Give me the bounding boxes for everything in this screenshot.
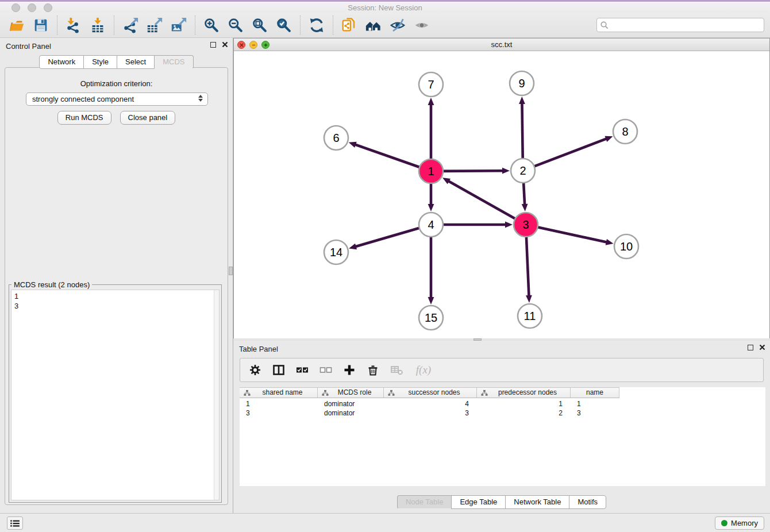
table-cell[interactable]: 1 — [571, 399, 619, 408]
control-panel-title: Control Panel — [6, 42, 51, 51]
tab-node-table[interactable]: Node Table — [397, 495, 452, 509]
delete-column-icon[interactable] — [366, 363, 380, 377]
column-header-MCDS-role[interactable]: MCDS role — [318, 388, 384, 398]
list-icon — [10, 519, 20, 527]
table-cell[interactable]: 4 — [384, 399, 477, 408]
table-cell[interactable]: 3 — [240, 408, 318, 418]
memory-status-icon — [721, 520, 727, 526]
graph-node-7[interactable]: 7 — [419, 72, 443, 97]
graph-node-4[interactable]: 4 — [419, 213, 443, 237]
column-namespace-icon — [322, 390, 329, 396]
tab-edge-table[interactable]: Edge Table — [451, 495, 506, 509]
open-session-icon[interactable] — [7, 16, 26, 35]
memory-button[interactable]: Memory — [715, 516, 764, 530]
search-input[interactable] — [611, 19, 760, 31]
export-table-icon[interactable] — [145, 16, 164, 35]
zoom-in-icon[interactable] — [202, 16, 221, 35]
delete-table-icon[interactable] — [390, 363, 403, 377]
node-table[interactable]: shared nameMCDS rolesuccessor nodesprede… — [240, 387, 765, 486]
first-neighbors-icon[interactable] — [364, 16, 383, 35]
result-line: 3 — [11, 301, 219, 311]
column-header-predecessor-nodes[interactable]: predecessor nodes — [477, 388, 571, 398]
close-panel-button[interactable]: Close panel — [120, 111, 176, 125]
graph-edge-2-9[interactable] — [522, 103, 522, 160]
graph-edge-3-1[interactable] — [448, 181, 517, 219]
close-panel-icon[interactable] — [222, 41, 228, 48]
table-cell[interactable]: 3 — [571, 408, 619, 418]
task-history-button[interactable] — [7, 516, 23, 530]
tab-style[interactable]: Style — [83, 55, 117, 69]
show-all-icon[interactable] — [412, 16, 432, 35]
import-table-icon[interactable] — [88, 16, 107, 35]
graph-node-1[interactable]: 1 — [419, 159, 443, 183]
tab-select[interactable]: Select — [117, 55, 155, 69]
select-all-icon[interactable] — [295, 363, 309, 377]
float-table-panel-icon[interactable] — [748, 345, 753, 350]
network-canvas[interactable]: 7968124314101511 — [234, 51, 769, 338]
svg-text:9: 9 — [518, 77, 525, 90]
hide-selected-icon[interactable] — [388, 16, 407, 35]
result-scrollbar[interactable] — [214, 290, 219, 500]
vertical-splitter-handle[interactable] — [229, 267, 233, 275]
table-cell[interactable]: 2 — [477, 408, 571, 418]
function-builder-icon[interactable]: f(x) — [413, 363, 434, 377]
graph-edge-2-8[interactable] — [533, 138, 607, 167]
search-field[interactable] — [596, 18, 764, 32]
tab-motifs[interactable]: Motifs — [569, 495, 606, 509]
table-tabs: Node TableEdge TableNetwork TableMotifs — [233, 495, 770, 509]
zoom-selected-icon[interactable] — [274, 16, 294, 35]
table-cell[interactable]: dominator — [318, 408, 384, 418]
add-column-icon[interactable] — [342, 363, 356, 377]
table-row[interactable]: 1dominator411 — [240, 399, 765, 408]
mcds-result-textarea[interactable]: 13 — [11, 290, 220, 500]
graph-node-9[interactable]: 9 — [510, 71, 534, 95]
column-header-successor-nodes[interactable]: successor nodes — [384, 388, 477, 398]
result-line: 1 — [11, 291, 219, 301]
column-header-name[interactable]: name — [571, 388, 619, 398]
run-mcds-button[interactable]: Run MCDS — [57, 111, 111, 125]
tab-mcds[interactable]: MCDS — [154, 55, 193, 69]
tab-network[interactable]: Network — [39, 55, 84, 69]
graph-node-11[interactable]: 11 — [518, 304, 542, 328]
settings-gear-icon[interactable] — [248, 363, 262, 377]
table-cell[interactable]: 1 — [477, 399, 571, 408]
graph-node-8[interactable]: 8 — [613, 119, 637, 144]
graph-edge-4-14[interactable] — [355, 228, 421, 246]
graph-edge-1-2[interactable] — [441, 171, 503, 171]
svg-text:8: 8 — [622, 125, 628, 138]
graph-node-2[interactable]: 2 — [511, 159, 535, 183]
network-frame-titlebar[interactable]: scc.txt — [234, 38, 769, 51]
graph-edge-arrow — [428, 204, 434, 211]
import-network-icon[interactable] — [64, 16, 83, 35]
column-header-shared-name[interactable]: shared name — [240, 388, 318, 398]
export-image-icon[interactable] — [169, 16, 188, 35]
zoom-fit-icon[interactable] — [250, 16, 270, 35]
table-row[interactable]: 3dominator323 — [240, 408, 765, 418]
svg-text:1: 1 — [428, 165, 434, 178]
show-column-panel-icon[interactable] — [272, 363, 286, 377]
criterion-dropdown[interactable]: strongly connected component — [26, 92, 208, 106]
float-panel-icon[interactable] — [210, 42, 216, 48]
table-cell[interactable]: 1 — [240, 399, 318, 408]
toolbar-separator — [57, 16, 57, 35]
graph-edge-1-6[interactable] — [355, 144, 421, 168]
close-table-panel-icon[interactable] — [759, 344, 765, 350]
network-frame-title: scc.txt — [234, 40, 769, 49]
graph-node-6[interactable]: 6 — [324, 126, 348, 150]
graph-node-14[interactable]: 14 — [324, 240, 348, 264]
export-network-icon[interactable] — [121, 16, 140, 35]
table-cell[interactable]: 3 — [384, 408, 477, 418]
copy-view-icon[interactable] — [340, 16, 359, 35]
graph-edge-3-11[interactable] — [526, 235, 529, 296]
save-session-icon[interactable] — [31, 16, 51, 35]
table-cell[interactable]: dominator — [318, 399, 384, 408]
graph-edge-3-10[interactable] — [536, 227, 607, 242]
refresh-icon[interactable] — [307, 16, 326, 35]
graph-node-15[interactable]: 15 — [419, 306, 443, 330]
graph-node-3[interactable]: 3 — [514, 213, 538, 237]
tab-network-table[interactable]: Network Table — [505, 495, 569, 509]
graph-node-10[interactable]: 10 — [614, 234, 638, 259]
deselect-all-icon[interactable] — [319, 363, 333, 377]
zoom-out-icon[interactable] — [226, 16, 245, 35]
graph-edge-2-3[interactable] — [523, 181, 525, 205]
